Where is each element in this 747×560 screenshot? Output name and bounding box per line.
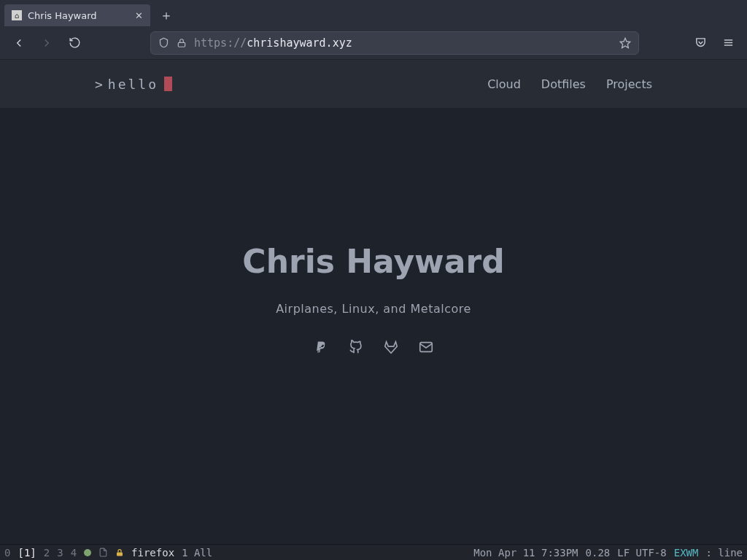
workspace-1-wrap[interactable]: [1] bbox=[18, 547, 36, 559]
site-header: > hello Cloud Dotfiles Projects bbox=[0, 60, 747, 108]
back-button[interactable] bbox=[9, 33, 29, 53]
workspace-4[interactable]: 4 bbox=[71, 547, 77, 559]
tab-bar: ⌂ Chris Hayward ✕ ＋ bbox=[0, 0, 747, 26]
workspace-3[interactable]: 3 bbox=[57, 547, 63, 559]
url-text: https://chrishayward.xyz bbox=[194, 36, 612, 50]
app-menu-button[interactable] bbox=[718, 33, 738, 53]
nav-link-dotfiles[interactable]: Dotfiles bbox=[541, 77, 586, 91]
tab-title: Chris Hayward bbox=[28, 10, 129, 21]
lock-icon[interactable] bbox=[177, 38, 187, 48]
nav-link-cloud[interactable]: Cloud bbox=[487, 77, 521, 91]
modeline-load: 0.28 bbox=[586, 547, 611, 559]
browser-toolbar: https://chrishayward.xyz bbox=[0, 26, 747, 60]
site-nav: Cloud Dotfiles Projects bbox=[487, 77, 652, 91]
modeline-datetime: Mon Apr 11 7:33PM bbox=[473, 547, 578, 559]
hero-name: Chris Hayward bbox=[242, 243, 504, 280]
page-content: > hello Cloud Dotfiles Projects Chris Ha… bbox=[0, 60, 747, 544]
paypal-icon[interactable] bbox=[313, 339, 329, 355]
buffer-name: firefox bbox=[131, 547, 174, 559]
browser-tab[interactable]: ⌂ Chris Hayward ✕ bbox=[4, 4, 150, 26]
forward-button[interactable] bbox=[36, 33, 57, 53]
modeline-mode: EXWM bbox=[674, 547, 699, 559]
logo-cursor bbox=[164, 77, 172, 91]
logo-text: hello bbox=[108, 77, 158, 92]
hero-tagline: Airplanes, Linux, and Metalcore bbox=[276, 302, 471, 316]
site-logo[interactable]: > hello bbox=[95, 77, 172, 92]
workspace-2[interactable]: 2 bbox=[44, 547, 50, 559]
gitlab-icon[interactable] bbox=[383, 339, 399, 355]
new-tab-button[interactable]: ＋ bbox=[156, 5, 177, 26]
tracking-shield-icon[interactable] bbox=[158, 37, 169, 48]
svg-rect-6 bbox=[117, 552, 123, 556]
buffer-position: 1 All bbox=[182, 547, 212, 559]
social-icons bbox=[313, 339, 434, 355]
reload-button[interactable] bbox=[64, 33, 85, 53]
url-bar[interactable]: https://chrishayward.xyz bbox=[150, 31, 639, 55]
svg-rect-0 bbox=[178, 42, 185, 47]
svg-marker-1 bbox=[620, 38, 630, 47]
bookmark-star-icon[interactable] bbox=[619, 37, 631, 49]
status-dot-icon bbox=[84, 549, 91, 556]
workspace-list: 0 [1] 2 3 4 bbox=[4, 547, 77, 559]
close-tab-icon[interactable]: ✕ bbox=[135, 10, 143, 21]
hero: Chris Hayward Airplanes, Linux, and Meta… bbox=[0, 243, 747, 355]
nav-link-projects[interactable]: Projects bbox=[606, 77, 652, 91]
logo-prefix: > bbox=[95, 77, 105, 92]
emacs-modeline: 0 [1] 2 3 4 firefox 1 All Mon Apr 11 7:3… bbox=[0, 544, 747, 560]
readonly-lock-icon bbox=[115, 548, 124, 558]
favicon-icon: ⌂ bbox=[12, 10, 22, 20]
email-icon[interactable] bbox=[418, 339, 434, 355]
modeline-encoding: LF UTF-8 bbox=[617, 547, 666, 559]
pocket-button[interactable] bbox=[690, 33, 711, 53]
github-icon[interactable] bbox=[348, 339, 364, 355]
workspace-0[interactable]: 0 bbox=[4, 547, 10, 559]
doc-icon bbox=[98, 547, 108, 558]
modeline-line: : line bbox=[705, 547, 743, 559]
